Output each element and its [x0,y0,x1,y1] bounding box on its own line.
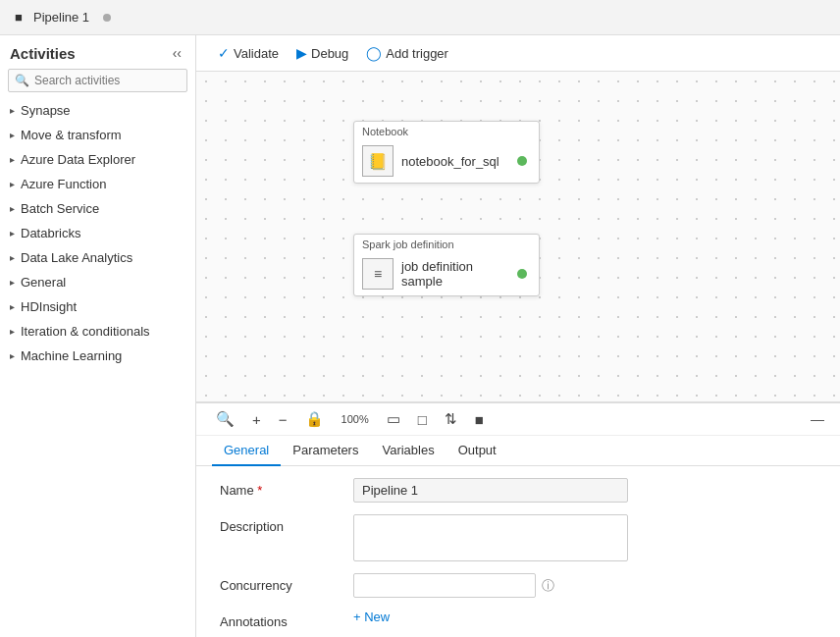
zoom-search-btn[interactable]: 🔍 [212,407,238,431]
add-trigger-button[interactable]: ◯ Add trigger [360,41,454,65]
name-label: Name * [220,478,338,498]
concurrency-label: Concurrency [220,573,338,593]
notebook-card-label: notebook_for_sql [401,154,509,169]
notebook-status-indicator [517,156,527,166]
pipeline-canvas[interactable]: Notebook 📒 notebook_for_sql Spark job de… [196,72,840,401]
arrange-btn[interactable]: ⇅ [441,407,461,431]
sidebar-item-azure-data-explorer[interactable]: ▸ Azure Data Explorer [0,147,195,172]
form-area: Name * Description Concurrency ⓘ [196,466,840,633]
chevron-icon: ▸ [10,326,15,337]
concurrency-input[interactable] [353,573,536,598]
search-box: 🔍 [8,69,187,92]
sparkjob-card[interactable]: Spark job definition ≡ job definition sa… [353,234,540,296]
search-icon: 🔍 [15,74,29,87]
status-dot [103,14,111,22]
sidebar-item-azure-function[interactable]: ▸ Azure Function [0,172,195,196]
notebook-card-body: 📒 notebook_for_sql [354,139,539,183]
pipeline-icon: ■ [10,9,27,27]
sidebar-item-label: Iteration & conditionals [21,324,150,339]
description-row: Description [220,514,816,561]
sidebar-collapse-btn[interactable]: ‹‹ [169,43,185,63]
sidebar-item-label: Move & transform [21,128,122,142]
collapse-panel-btn[interactable]: — [811,411,824,427]
sidebar-header: Activities ‹‹ [0,35,195,69]
zoom-percent-btn[interactable]: 100% [338,410,373,428]
zoom-out-btn[interactable]: − [275,408,291,431]
top-bar: ■ Pipeline 1 [0,0,840,35]
required-indicator: * [257,483,262,498]
sidebar-item-label: Batch Service [21,201,99,216]
minimap-btn[interactable]: ■ [471,408,488,431]
chevron-icon: ▸ [10,203,15,214]
sidebar: Activities ‹‹ 🔍 ▸ Synapse ▸ Move & trans… [0,35,196,637]
debug-label: Debug [311,46,348,61]
pipeline-title-bar: ■ Pipeline 1 [10,9,111,27]
tabs: General Parameters Variables Output [196,436,840,466]
pipeline-title: Pipeline 1 [33,10,89,25]
trigger-icon: ◯ [366,45,382,61]
description-label: Description [220,514,338,534]
sidebar-actions: ‹‹ [169,43,185,63]
sidebar-item-hdinsight[interactable]: ▸ HDInsight [0,294,195,319]
chevron-icon: ▸ [10,105,15,116]
annotations-row: Annotations + New [220,610,816,629]
sidebar-item-move-transform[interactable]: ▸ Move & transform [0,123,195,147]
main-layout: Activities ‹‹ 🔍 ▸ Synapse ▸ Move & trans… [0,35,840,637]
info-icon: ⓘ [542,577,554,595]
sidebar-title: Activities [10,45,76,62]
chevron-icon: ▸ [10,277,15,288]
sidebar-item-label: Databricks [21,226,80,240]
validate-label: Validate [234,46,279,61]
lock-btn[interactable]: 🔒 [301,407,328,431]
notebook-icon: 📒 [362,145,394,177]
fit-btn[interactable]: ▭ [383,407,404,431]
sidebar-item-label: Synapse [21,103,71,118]
sidebar-item-label: Machine Learning [21,348,122,363]
bottom-toolbar: 🔍 + − 🔒 100% ▭ □ ⇅ ■ — [196,403,840,436]
canvas-area: ✓ Validate ▶ Debug ◯ Add trigger Noteboo… [196,35,840,637]
sidebar-item-general[interactable]: ▸ General [0,270,195,294]
chevron-icon: ▸ [10,154,15,165]
sparkjob-icon: ≡ [362,258,394,290]
name-input[interactable] [353,478,628,503]
sidebar-item-batch-service[interactable]: ▸ Batch Service [0,196,195,221]
tab-output[interactable]: Output [446,436,508,466]
select-btn[interactable]: □ [414,408,431,431]
debug-icon: ▶ [296,45,307,61]
search-input[interactable] [8,69,187,92]
sparkjob-card-label: job definition sample [401,259,509,289]
chevron-icon: ▸ [10,228,15,239]
new-annotation-btn[interactable]: + New [353,610,390,624]
sidebar-item-iteration-conditionals[interactable]: ▸ Iteration & conditionals [0,319,195,344]
concurrency-row: Concurrency ⓘ [220,573,816,598]
sidebar-item-label: Data Lake Analytics [21,250,132,265]
tab-general[interactable]: General [212,436,281,466]
canvas-toolbar: ✓ Validate ▶ Debug ◯ Add trigger [196,35,840,72]
sidebar-item-data-lake-analytics[interactable]: ▸ Data Lake Analytics [0,245,195,270]
description-textarea[interactable] [353,514,628,561]
chevron-icon: ▸ [10,179,15,189]
name-row: Name * [220,478,816,503]
sidebar-item-machine-learning[interactable]: ▸ Machine Learning [0,344,195,368]
chevron-icon: ▸ [10,252,15,263]
debug-button[interactable]: ▶ Debug [290,41,354,65]
validate-icon: ✓ [218,45,230,61]
chevron-icon: ▸ [10,301,15,312]
sidebar-item-synapse[interactable]: ▸ Synapse [0,98,195,123]
sidebar-item-label: Azure Data Explorer [21,152,135,167]
sparkjob-card-body: ≡ job definition sample [354,252,539,295]
sidebar-item-label: Azure Function [21,177,106,191]
notebook-card-header: Notebook [354,122,539,139]
zoom-in-btn[interactable]: + [248,408,265,431]
tab-variables[interactable]: Variables [370,436,446,466]
sidebar-item-label: HDInsight [21,299,77,314]
notebook-card[interactable]: Notebook 📒 notebook_for_sql [353,121,540,184]
sparkjob-status-indicator [517,269,527,279]
bottom-panel: 🔍 + − 🔒 100% ▭ □ ⇅ ■ — General Parameter… [196,401,840,637]
validate-button[interactable]: ✓ Validate [212,41,285,65]
add-trigger-label: Add trigger [386,46,448,61]
chevron-icon: ▸ [10,130,15,140]
chevron-icon: ▸ [10,350,15,361]
sidebar-item-databricks[interactable]: ▸ Databricks [0,221,195,245]
tab-parameters[interactable]: Parameters [281,436,370,466]
